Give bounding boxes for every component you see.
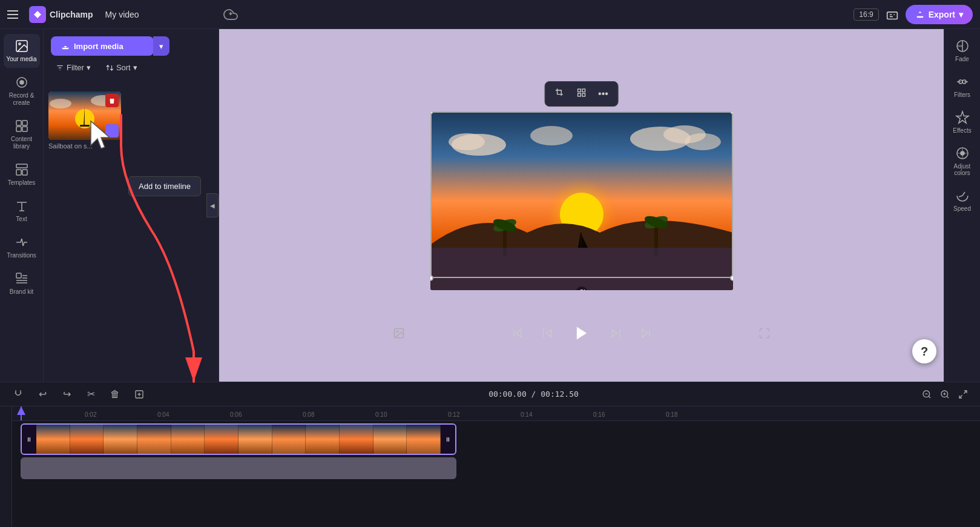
media-panel-header: Import media ▾ Filter ▾ Sort ▾ <box>44 29 219 87</box>
right-panel-item-adjust-colors[interactable]: Adjust colors <box>947 141 978 181</box>
rewind-button[interactable] <box>538 322 560 344</box>
sidebar-item-your-media[interactable]: Your media <box>4 34 40 68</box>
right-panel-label-fade: Fade <box>955 56 969 62</box>
more-options-button[interactable]: ••• <box>596 86 611 102</box>
cut-button[interactable]: ✂ <box>82 386 99 403</box>
ruler-tick-0:08: 0:08 <box>303 411 314 418</box>
playhead[interactable] <box>21 406 22 420</box>
media-item-sailboat[interactable]: Sailboat on s... <box>48 91 121 150</box>
zoom-out-button[interactable] <box>919 387 934 402</box>
ruler-tick-0:14: 0:14 <box>521 411 532 418</box>
add-to-timeline-popup[interactable]: Add to timeline <box>128 176 201 196</box>
video-clip[interactable]: ⏸ ⏸ <box>21 423 456 455</box>
right-panel-item-fade[interactable]: Fade <box>947 34 978 67</box>
record-icon <box>15 75 29 90</box>
delete-media-button[interactable] <box>105 94 119 107</box>
sidebar-item-text[interactable]: Text <box>4 194 40 228</box>
export-button[interactable]: Export ▾ <box>906 5 973 24</box>
filmstrip-frame-4 <box>137 425 171 454</box>
svg-point-36 <box>530 126 573 145</box>
undo-button[interactable]: ↩ <box>34 386 51 403</box>
filmstrip-frame-3 <box>104 425 137 454</box>
topbar: Clipchamp 16:9 Export ▾ <box>0 0 980 29</box>
ruler-tick-0:10: 0:10 <box>375 411 387 418</box>
screenshot-button[interactable] <box>388 322 410 344</box>
right-panel-item-filters[interactable]: Filters <box>947 70 978 103</box>
audio-clip[interactable] <box>21 457 456 479</box>
sidebar-item-templates[interactable]: Templates <box>4 157 40 191</box>
video-title-input[interactable] <box>100 7 216 22</box>
svg-rect-48 <box>580 233 582 248</box>
media-thumb-sailboat[interactable] <box>48 91 121 140</box>
playhead-head <box>17 406 25 415</box>
svg-point-39 <box>685 133 721 150</box>
svg-point-61 <box>961 151 964 155</box>
filmstrip-frame-1 <box>36 425 70 454</box>
fade-icon <box>955 39 970 53</box>
help-button[interactable]: ? <box>912 339 936 363</box>
timeline-tracks: 0:02 0:04 0:06 0:08 0:10 0:12 0:14 0:16 … <box>0 406 980 527</box>
magnet-tool-button[interactable] <box>10 386 27 403</box>
fit-timeline-button[interactable] <box>956 387 970 402</box>
import-media-button[interactable]: Import media <box>51 36 154 56</box>
app-name: Clipchamp <box>50 10 93 19</box>
import-dropdown-button[interactable]: ▾ <box>153 36 169 56</box>
collapse-panel-button[interactable]: ◀ <box>206 193 219 217</box>
svg-rect-28 <box>582 89 585 92</box>
captions-button[interactable] <box>886 8 898 21</box>
text-icon <box>15 199 29 213</box>
right-panel-item-effects[interactable]: Effects <box>947 105 978 139</box>
clipchamp-logo: Clipchamp <box>29 6 93 23</box>
filmstrip-frame-9 <box>306 425 340 454</box>
colors-icon <box>955 146 970 161</box>
add-track-button[interactable] <box>131 386 148 403</box>
sidebar-item-label-record: Record & create <box>6 92 38 107</box>
sidebar-item-transitions[interactable]: Transitions <box>4 230 40 264</box>
skip-back-button[interactable] <box>507 322 528 344</box>
skip-forward-button[interactable] <box>635 322 657 344</box>
clip-pause-button[interactable]: ⏸ <box>22 425 36 454</box>
sidebar-item-label-brand: Brand kit <box>10 288 33 296</box>
speed-icon <box>955 188 970 203</box>
redo-button[interactable]: ↪ <box>58 386 75 403</box>
right-panel-item-speed[interactable]: Speed <box>947 184 978 217</box>
timeline-toolbar: ↩ ↪ ✂ 🗑 00:00.00 / 00:12.50 <box>0 382 980 406</box>
svg-rect-10 <box>22 127 27 131</box>
ruler-tick-0:04: 0:04 <box>157 411 169 418</box>
svg-rect-29 <box>577 93 580 96</box>
crop-button[interactable] <box>552 85 567 102</box>
sidebar-item-label-your-media: Your media <box>6 56 36 63</box>
right-panel-label-filters: Filters <box>954 91 970 98</box>
topbar-left: Clipchamp <box>7 6 238 23</box>
add-to-timeline-quick-button[interactable] <box>105 124 119 138</box>
sidebar-item-record-create[interactable]: Record & create <box>4 70 40 111</box>
filter-button[interactable]: Filter ▾ <box>51 61 96 75</box>
hamburger-menu-button[interactable] <box>7 7 22 22</box>
svg-rect-11 <box>16 164 27 168</box>
clip-end-button[interactable]: ⏸ <box>441 425 455 454</box>
fullscreen-button[interactable] <box>754 322 775 344</box>
sort-button[interactable]: Sort ▾ <box>100 61 142 75</box>
sidebar-item-content-library[interactable]: Content library <box>4 114 40 155</box>
fit-button[interactable] <box>574 85 588 102</box>
effects-icon <box>955 110 970 125</box>
play-pause-button[interactable] <box>570 321 594 345</box>
svg-marker-52 <box>516 329 521 337</box>
filmstrip-frame-2 <box>70 425 104 454</box>
svg-point-6 <box>20 81 24 84</box>
right-panel-label-speed: Speed <box>953 205 971 212</box>
media-grid: Sailboat on s... Add to timeline <box>44 87 219 156</box>
svg-line-72 <box>964 391 967 394</box>
ruler-tick-0:06: 0:06 <box>230 411 242 418</box>
svg-line-73 <box>959 395 962 398</box>
zoom-in-button[interactable] <box>938 387 952 402</box>
sidebar-item-brand-kit[interactable]: Brand kit <box>4 267 40 300</box>
svg-line-66 <box>929 396 930 398</box>
timeline-area: ↩ ↪ ✂ 🗑 00:00.00 / 00:12.50 <box>0 382 980 527</box>
svg-rect-30 <box>582 93 585 96</box>
filter-sort-row: Filter ▾ Sort ▾ <box>51 61 211 79</box>
delete-button[interactable]: 🗑 <box>107 386 123 403</box>
svg-marker-55 <box>642 329 647 337</box>
svg-rect-14 <box>16 273 21 278</box>
fast-forward-button[interactable] <box>603 322 625 344</box>
